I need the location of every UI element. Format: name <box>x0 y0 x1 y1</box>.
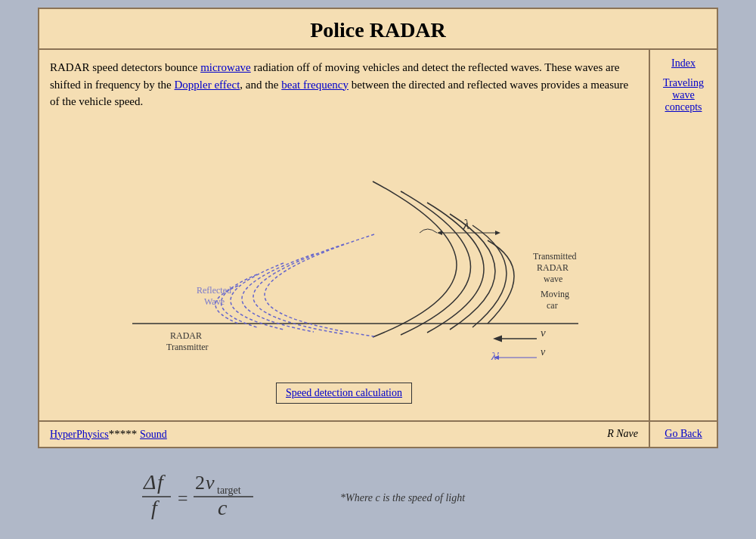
doppler-link[interactable]: Doppler effect <box>175 79 240 91</box>
bottom-left: HyperPhysics***** Sound R Nave <box>39 422 650 447</box>
desc-part3: , and the <box>240 79 281 91</box>
svg-text:target: target <box>217 485 241 496</box>
traveling-wave-link[interactable]: Traveling wave concepts <box>663 77 704 113</box>
svg-text:Reflected: Reflected <box>197 285 231 296</box>
wave-label: wave <box>672 89 695 101</box>
svg-text:Transmitted: Transmitted <box>533 251 577 262</box>
bottom-right: Go Back <box>650 422 717 447</box>
bottom-bar: HyperPhysics***** Sound R Nave Go Back <box>39 420 717 447</box>
svg-text:c: c <box>218 496 228 519</box>
svg-marker-2 <box>437 231 442 235</box>
diagram-footer: Speed detection calculation <box>50 383 638 404</box>
diagram-area: λ λ' v λ' <box>50 119 638 376</box>
svg-text:v: v <box>541 346 546 358</box>
r-nave: R Nave <box>607 428 638 440</box>
svg-text:Wave: Wave <box>204 296 225 307</box>
svg-text:RADAR: RADAR <box>170 330 202 341</box>
svg-text:wave: wave <box>544 274 562 284</box>
svg-text:car: car <box>547 300 558 311</box>
microwave-link[interactable]: microwave <box>200 61 251 73</box>
svg-text:=: = <box>178 488 188 508</box>
speed-calc-button[interactable]: Speed detection calculation <box>276 383 412 404</box>
svg-text:2: 2 <box>195 472 205 494</box>
svg-text:f: f <box>151 496 160 519</box>
bottom-links: HyperPhysics***** Sound <box>50 428 167 441</box>
page-title: Police RADAR <box>47 18 709 42</box>
svg-text:λ: λ <box>463 217 469 232</box>
sidebar: Index Traveling wave concepts <box>650 50 717 420</box>
svg-text:v: v <box>541 327 546 339</box>
concepts-label: concepts <box>665 101 702 113</box>
svg-text:f: f <box>157 470 166 494</box>
svg-text:RADAR: RADAR <box>537 262 569 273</box>
desc-part1: RADAR speed detectors bounce <box>50 61 200 73</box>
svg-text:Δ: Δ <box>143 470 156 494</box>
formula-svg: Δ f f = 2 v target c <box>129 460 325 536</box>
main-container: Police RADAR RADAR speed detectors bounc… <box>38 8 718 448</box>
beat-freq-link[interactable]: beat frequency <box>281 79 349 91</box>
stars: ***** <box>109 428 138 440</box>
formula-area: Δ f f = 2 v target c *Where c is the spe… <box>38 460 718 536</box>
svg-text:v: v <box>206 472 215 494</box>
main-content: RADAR speed detectors bounce microwave r… <box>39 50 650 420</box>
traveling-label: Traveling <box>663 77 704 88</box>
formula-note: *Where c is the speed of light <box>340 492 465 504</box>
title-bar: Police RADAR <box>39 9 717 50</box>
content-row: RADAR speed detectors bounce microwave r… <box>39 50 717 420</box>
go-back-link[interactable]: Go Back <box>665 428 702 440</box>
sound-link[interactable]: Sound <box>140 429 167 440</box>
index-link[interactable]: Index <box>671 57 696 70</box>
svg-text:Transmitter: Transmitter <box>166 342 209 352</box>
svg-text:Moving: Moving <box>541 289 569 299</box>
radar-diagram: λ λ' v λ' <box>50 119 638 376</box>
svg-marker-3 <box>495 231 500 235</box>
hyperphysics-link[interactable]: HyperPhysics <box>50 429 109 440</box>
description: RADAR speed detectors bounce microwave r… <box>50 59 638 110</box>
